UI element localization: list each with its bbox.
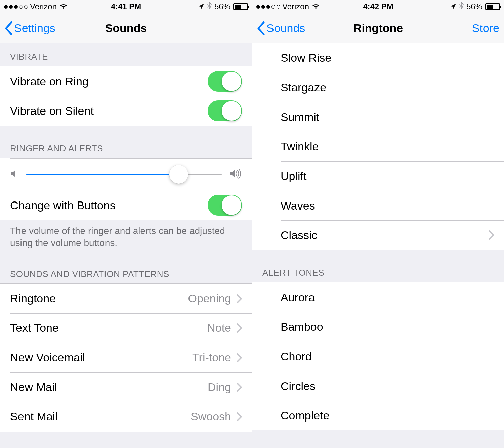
battery-icon (485, 3, 500, 10)
ringtone-row-classic[interactable]: Classic (252, 220, 504, 250)
cell-label: Complete (281, 409, 330, 422)
toggle-switch[interactable] (208, 71, 242, 92)
cell-label: Waves (281, 199, 315, 212)
chevron-right-icon (237, 383, 242, 392)
change-with-buttons-row[interactable]: Change with Buttons (0, 190, 252, 220)
status-time: 4:42 PM (363, 2, 393, 11)
alert-tone-row-complete[interactable]: Complete (252, 401, 504, 430)
patterns-row-text-tone[interactable]: Text ToneNote (0, 313, 252, 343)
cell-label: Classic (281, 229, 318, 242)
cell-label: Sent Mail (10, 410, 58, 423)
section-header-ringer: Ringer and Alerts (0, 126, 252, 158)
ringtone-row-slow-rise[interactable]: Slow Rise (252, 43, 504, 73)
toggle-switch[interactable] (208, 195, 242, 216)
cell-label: Summit (281, 110, 319, 124)
ringtone-row-stargaze[interactable]: Stargaze (252, 73, 504, 102)
cell-label: Circles (281, 379, 316, 393)
cell-label: Vibrate on Silent (10, 104, 94, 118)
back-button[interactable]: Settings (5, 21, 55, 35)
patterns-row-sent-mail[interactable]: Sent MailSwoosh (0, 402, 252, 432)
status-right: 56% (141, 2, 248, 11)
vibrate-on-ring-row[interactable]: Vibrate on Ring (0, 66, 252, 96)
signal-strength-icon (256, 5, 280, 9)
ringtone-row-twinkle[interactable]: Twinkle (252, 132, 504, 161)
vibrate-on-silent-row[interactable]: Vibrate on Silent (0, 96, 252, 126)
battery-percent: 56% (214, 2, 230, 11)
section-header-vibrate: Vibrate (0, 43, 252, 66)
volume-low-icon (10, 169, 19, 180)
sounds-settings-screen: Verizon 4:41 PM 56% Settings Sounds Vibr… (0, 0, 252, 448)
cell-label: Aurora (281, 291, 315, 304)
cell-label: Vibrate on Ring (10, 75, 89, 88)
cell-label: Bamboo (281, 320, 323, 333)
content: Slow RiseStargazeSummitTwinkleUpliftWave… (252, 43, 504, 448)
location-icon (198, 2, 204, 11)
volume-high-icon (229, 169, 242, 180)
cell-label: Ringtone (10, 292, 56, 305)
cell-label: New Voicemail (10, 351, 85, 364)
status-left: Verizon (256, 2, 363, 11)
volume-slider-row[interactable] (0, 158, 252, 190)
chevron-right-icon (237, 323, 242, 333)
cell-value: Opening (188, 292, 231, 305)
bluetooth-icon (459, 2, 464, 11)
cell-label: Change with Buttons (10, 199, 116, 212)
cell-value: Note (207, 321, 231, 334)
chevron-right-icon (237, 412, 242, 421)
status-right: 56% (393, 2, 500, 11)
cell-value: Ding (208, 380, 231, 394)
chevron-left-icon (5, 21, 13, 35)
nav-bar: Settings Sounds (0, 13, 252, 43)
cell-label: Text Tone (10, 321, 59, 334)
chevron-right-icon (237, 353, 242, 362)
nav-bar: Sounds Ringtone Store (252, 13, 504, 43)
patterns-row-new-mail[interactable]: New MailDing (0, 372, 252, 402)
cell-value: Swoosh (191, 410, 231, 423)
volume-slider[interactable] (26, 174, 222, 175)
ringtone-screen: Verizon 4:42 PM 56% Sounds Ringtone Stor… (252, 0, 504, 448)
section-footer: The volume of the ringer and alerts can … (0, 220, 252, 252)
wifi-icon (59, 2, 68, 11)
alert-tone-row-aurora[interactable]: Aurora (252, 282, 504, 312)
back-label: Sounds (266, 21, 305, 35)
battery-icon (233, 3, 248, 10)
ringtones-group: Slow RiseStargazeSummitTwinkleUpliftWave… (252, 43, 504, 250)
cell-label: Slow Rise (281, 51, 331, 64)
signal-strength-icon (4, 5, 28, 9)
ringtone-row-uplift[interactable]: Uplift (252, 161, 504, 191)
carrier-name: Verizon (282, 2, 309, 11)
vibrate-group: Vibrate on Ring Vibrate on Silent (0, 66, 252, 126)
cell-label: Chord (281, 350, 312, 363)
cell-label: Uplift (281, 170, 306, 183)
section-header-alert-tones: Alert Tones (252, 250, 504, 282)
patterns-group: RingtoneOpeningText ToneNoteNew Voicemai… (0, 283, 252, 432)
chevron-right-icon (489, 230, 494, 240)
section-header-patterns: Sounds and Vibration Patterns (0, 252, 252, 283)
cell-value: Tri-tone (192, 351, 231, 364)
store-button[interactable]: Store (472, 21, 499, 35)
ringtone-row-summit[interactable]: Summit (252, 102, 504, 132)
status-bar: Verizon 4:41 PM 56% (0, 0, 252, 13)
alert-tone-row-chord[interactable]: Chord (252, 342, 504, 371)
alert-tones-group: AuroraBambooChordCirclesComplete (252, 282, 504, 430)
chevron-right-icon (237, 294, 242, 303)
patterns-row-new-voicemail[interactable]: New VoicemailTri-tone (0, 343, 252, 372)
patterns-row-ringtone[interactable]: RingtoneOpening (0, 284, 252, 313)
content: Vibrate Vibrate on Ring Vibrate on Silen… (0, 43, 252, 448)
alert-tone-row-bamboo[interactable]: Bamboo (252, 312, 504, 342)
carrier-name: Verizon (30, 2, 57, 11)
back-button[interactable]: Sounds (257, 21, 305, 35)
cell-label: Twinkle (281, 140, 319, 153)
ringtone-row-waves[interactable]: Waves (252, 191, 504, 220)
status-left: Verizon (4, 2, 111, 11)
location-icon (450, 2, 456, 11)
status-bar: Verizon 4:42 PM 56% (252, 0, 504, 13)
cell-label: Stargaze (281, 81, 326, 94)
alert-tone-row-circles[interactable]: Circles (252, 371, 504, 401)
battery-percent: 56% (466, 2, 482, 11)
ringer-group: Change with Buttons (0, 158, 252, 220)
back-label: Settings (14, 21, 55, 35)
bluetooth-icon (207, 2, 212, 11)
toggle-switch[interactable] (208, 100, 242, 121)
chevron-left-icon (257, 21, 265, 35)
